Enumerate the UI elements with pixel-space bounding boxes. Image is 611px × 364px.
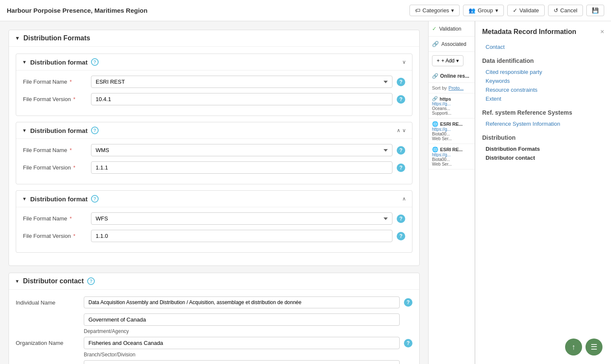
- menu-button[interactable]: ☰: [585, 339, 602, 356]
- file-format-version-input-2[interactable]: [91, 161, 392, 174]
- content-area: ▼ Distribution Formats ▼ Distribution fo…: [0, 21, 428, 364]
- globe-icon-2: 🌐: [432, 147, 438, 152]
- subsection-body-2: File Format Name * WMS ? File Format Ver…: [16, 138, 412, 184]
- file-format-name-select-1[interactable]: ESRI REST: [91, 76, 392, 88]
- save-icon: 💾: [592, 7, 599, 14]
- help-circle-1[interactable]: ?: [397, 78, 405, 86]
- file-format-version-row-2: File Format Version * ?: [23, 161, 405, 174]
- resource-item-3[interactable]: 🌐 ESRI RE... https://g... Biota00... Web…: [429, 144, 475, 169]
- menu-icon: ☰: [591, 342, 597, 352]
- file-format-name-select-2[interactable]: WMS: [91, 144, 392, 156]
- validation-item[interactable]: ✓ Validation: [429, 21, 475, 37]
- validate-button[interactable]: ✓ Validate: [507, 5, 545, 16]
- sort-by-row: Sort by Proto...: [429, 83, 475, 93]
- help-icon-1[interactable]: ?: [91, 58, 99, 66]
- file-format-version-row-1: File Format Version * ?: [23, 93, 405, 105]
- help-circle-2[interactable]: ?: [397, 146, 405, 155]
- resource-item-2[interactable]: 🌐 ESRI RE... https://g... Biota00... Web…: [429, 119, 475, 144]
- chevron-down-icon-1: ∨: [402, 59, 406, 65]
- file-format-name-row-2: File Format Name * WMS ?: [23, 144, 405, 156]
- extent-link[interactable]: Extent: [482, 94, 604, 103]
- help-circle-version-3[interactable]: ?: [397, 232, 405, 240]
- contact-link[interactable]: Contact: [482, 42, 604, 51]
- distribution-formats-header[interactable]: ▼ Distribution Formats: [9, 30, 419, 47]
- close-icon[interactable]: ×: [600, 28, 604, 36]
- link-icon-online: 🔗: [432, 73, 438, 79]
- distribution-formats-link[interactable]: Distribution Formats: [482, 144, 604, 153]
- link-icon-1: 🔗: [432, 96, 438, 102]
- associated-label: Associated: [441, 41, 466, 47]
- file-format-version-input-1[interactable]: [91, 93, 392, 105]
- check-icon: ✓: [513, 7, 517, 14]
- cancel-button[interactable]: ↺ Cancel: [548, 5, 583, 16]
- dist-format-label-1: Distribution format: [30, 59, 88, 66]
- file-format-name-label-2: File Format Name *: [23, 147, 87, 153]
- individual-name-label: Individual Name: [16, 299, 80, 306]
- distributor-contact-label: Distributor contact: [23, 277, 84, 285]
- chevron-down-icon: ▾: [451, 7, 454, 14]
- distribution-format-1: ▼ Distribution format ? ∨ File Format Na…: [16, 54, 412, 116]
- help-circle-org[interactable]: ?: [404, 339, 412, 347]
- sidebar-title: Metadata Record Information: [482, 28, 604, 36]
- middle-panel: ✓ Validation 🔗 Associated + + Add ▾ 🔗 On…: [428, 21, 475, 364]
- validation-label: Validation: [439, 26, 461, 32]
- resource-item-1[interactable]: 🔗 https https://g... Oceans... Supporti.…: [429, 93, 475, 119]
- cited-responsible-link[interactable]: Cited responsible party: [482, 68, 604, 76]
- chevron-up-icon-3: ∧: [402, 196, 406, 202]
- keywords-link[interactable]: Keywords: [482, 76, 604, 85]
- chevron-up-icon-2: ∧: [397, 127, 401, 133]
- collapse-icon-3: ▼: [22, 196, 27, 201]
- collapse-icon-1: ▼: [22, 59, 27, 65]
- help-icon-dist[interactable]: ?: [87, 277, 95, 285]
- help-icon-3[interactable]: ?: [91, 195, 99, 203]
- file-format-name-select-3[interactable]: WFS: [91, 212, 392, 225]
- cancel-icon: ↺: [554, 7, 558, 14]
- file-format-version-label-3: File Format Version *: [23, 233, 87, 239]
- file-format-version-label-1: File Format Version *: [23, 96, 87, 102]
- group-icon: 👥: [469, 7, 475, 14]
- categories-button[interactable]: 🏷 Categories ▾: [409, 5, 460, 16]
- add-button[interactable]: + + Add ▾: [432, 55, 463, 66]
- data-identification-title: Data identification: [482, 57, 604, 64]
- resource-constraints-link[interactable]: Resource constraints: [482, 85, 604, 94]
- help-icon-2[interactable]: ?: [91, 127, 99, 134]
- file-format-version-label-2: File Format Version *: [23, 164, 87, 171]
- org-fields-container: Department/Agency Branch/Sector/Division: [84, 313, 400, 364]
- online-resources-label: Online res...: [440, 73, 469, 79]
- link-icon-associated: 🔗: [432, 41, 439, 47]
- help-circle-version-2[interactable]: ?: [397, 164, 405, 172]
- branch-input[interactable]: [84, 360, 400, 364]
- section-title: Distribution Formats: [23, 34, 90, 42]
- help-circle-3[interactable]: ?: [397, 214, 405, 223]
- chevron-down-icon: ▾: [495, 7, 498, 14]
- arrow-up-icon: ↑: [572, 343, 576, 352]
- distributor-contact-link[interactable]: Distributor contact: [482, 153, 604, 162]
- reference-system-link[interactable]: Reference System Information: [482, 119, 604, 128]
- branch-label: Branch/Sector/Division: [84, 352, 400, 358]
- help-circle-individual[interactable]: ?: [404, 298, 412, 307]
- check-icon-validation: ✓: [432, 25, 437, 32]
- file-format-version-input-3[interactable]: [91, 230, 392, 242]
- sort-link[interactable]: Proto...: [449, 85, 463, 90]
- ref-system-title: Ref. system Reference Systems: [482, 109, 604, 116]
- tag-icon: 🏷: [415, 7, 421, 14]
- collapse-icon: ▼: [15, 35, 20, 41]
- distributor-contact-header[interactable]: ▼ Distributor contact ?: [9, 273, 419, 290]
- subsection-header-1[interactable]: ▼ Distribution format ? ∨: [16, 54, 412, 70]
- distribution-formats-section: ▼ Distribution Formats ▼ Distribution fo…: [9, 30, 420, 266]
- float-buttons: ↑ ☰: [565, 339, 602, 356]
- help-circle-version-1[interactable]: ?: [397, 95, 405, 104]
- save-button[interactable]: 💾: [586, 5, 604, 16]
- scroll-up-button[interactable]: ↑: [565, 339, 582, 356]
- group-button[interactable]: 👥 Group ▾: [463, 5, 503, 16]
- file-format-version-row-3: File Format Version * ?: [23, 230, 405, 242]
- individual-name-input[interactable]: [84, 296, 400, 308]
- department-input[interactable]: [84, 337, 400, 349]
- subsection-header-2[interactable]: ▼ Distribution format ? ∧ ∨: [16, 122, 412, 138]
- section-body: ▼ Distribution format ? ∨ File Format Na…: [9, 47, 419, 265]
- organization-name-input[interactable]: [84, 313, 400, 326]
- subsection-header-3[interactable]: ▼ Distribution format ? ∧: [16, 191, 412, 207]
- file-format-name-label-3: File Format Name *: [23, 215, 87, 222]
- associated-item[interactable]: 🔗 Associated: [429, 37, 475, 52]
- collapse-icon-2: ▼: [22, 128, 27, 133]
